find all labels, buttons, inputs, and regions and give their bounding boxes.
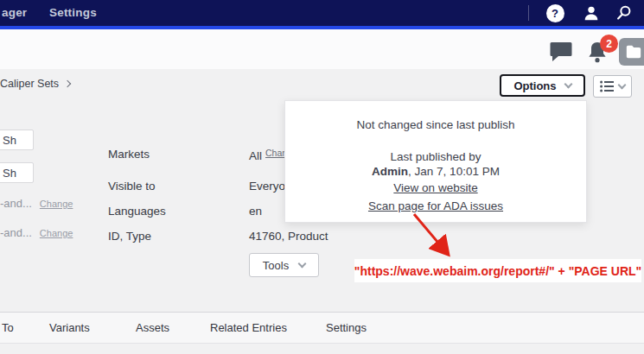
publish-date: , Jan 7, 10:01 PM xyxy=(408,165,500,178)
publish-status-popover: Not changed since last publish Last publ… xyxy=(284,100,587,223)
breadcrumb: Caliper Sets xyxy=(0,78,70,90)
tools-button[interactable]: Tools xyxy=(249,253,319,277)
truncated-value: -and... xyxy=(0,226,32,239)
notifications-button[interactable]: 2 xyxy=(586,41,621,66)
tools-button-label: Tools xyxy=(263,259,289,272)
help-button[interactable]: ? xyxy=(545,3,565,23)
chevron-down-icon xyxy=(564,79,572,88)
tab-assets[interactable]: Assets xyxy=(136,313,169,343)
name-field-1[interactable] xyxy=(0,130,34,150)
view-on-website-link[interactable]: View on website xyxy=(393,181,477,194)
tab-settings[interactable]: Settings xyxy=(326,313,367,343)
search-button[interactable] xyxy=(614,3,634,23)
breadcrumb-item[interactable]: Caliper Sets xyxy=(0,78,59,90)
truncated-value: -and... xyxy=(0,197,32,210)
author-name: Admin xyxy=(372,165,408,178)
markets-value-text: All xyxy=(249,149,262,162)
person-icon xyxy=(582,3,601,22)
truncated-field-row: -and... Change xyxy=(0,226,73,239)
name-field-2[interactable] xyxy=(0,162,34,183)
tab-related-entries[interactable]: Related Entries xyxy=(210,313,287,343)
label-id-type: ID, Type xyxy=(108,230,151,243)
options-button[interactable]: Options xyxy=(500,74,585,97)
folder-icon xyxy=(625,44,642,60)
notification-count-badge: 2 xyxy=(600,35,618,53)
app-screen: ager Settings ? 2 xyxy=(0,0,644,354)
options-button-label: Options xyxy=(513,79,556,92)
published-author-date: Admin, Jan 7, 10:01 PM xyxy=(285,165,586,178)
subheader-band xyxy=(0,29,644,69)
chevron-down-icon xyxy=(298,259,307,268)
bulleted-list-icon xyxy=(600,80,614,92)
scan-ada-link[interactable]: Scan page for ADA issues xyxy=(368,199,503,212)
search-icon xyxy=(615,3,634,22)
tab-to[interactable]: To xyxy=(2,313,14,343)
chevron-down-icon xyxy=(618,80,627,89)
nav-separator xyxy=(528,5,529,21)
truncated-field-row: -and... Change xyxy=(0,197,73,210)
chevron-right-icon xyxy=(64,79,71,86)
nav-item-settings[interactable]: Settings xyxy=(49,0,97,26)
value-languages: en xyxy=(249,205,262,218)
published-by-text: Last published by xyxy=(285,150,586,163)
tabbar-divider-bottom xyxy=(0,343,644,344)
tab-variants[interactable]: Variants xyxy=(49,313,90,343)
change-link[interactable]: Change xyxy=(40,228,73,238)
content-tree-button[interactable] xyxy=(619,38,644,66)
change-link[interactable]: Change xyxy=(40,199,73,209)
ada-url-annotation: "https://wave.webaim.org/report#/" + "PA… xyxy=(354,259,641,282)
list-view-button[interactable] xyxy=(593,75,632,98)
chat-bubble-icon xyxy=(550,41,572,62)
label-visible-to: Visible to xyxy=(108,180,156,193)
bottom-tab-bar: To Variants Assets Related Entries Setti… xyxy=(0,313,644,343)
nav-item-manager[interactable]: ager xyxy=(2,0,27,26)
help-icon: ? xyxy=(546,4,564,22)
label-markets: Markets xyxy=(108,148,150,161)
publish-status-text: Not changed since last publish xyxy=(285,118,586,131)
user-account-button[interactable] xyxy=(581,3,602,23)
top-nav-bar: ager Settings ? xyxy=(0,0,644,26)
label-languages: Languages xyxy=(108,205,166,218)
comments-button[interactable] xyxy=(550,41,572,62)
value-id-type: 41760, Product xyxy=(249,230,328,243)
